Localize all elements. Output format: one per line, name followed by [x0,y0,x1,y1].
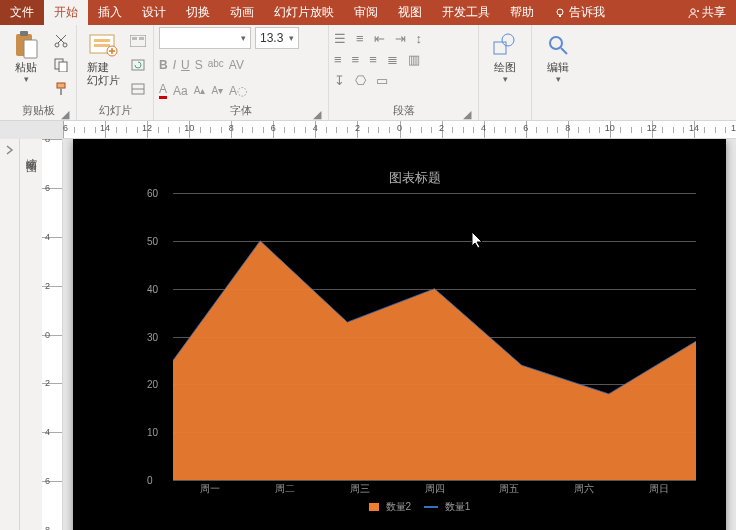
smartart-button[interactable]: ▭ [376,73,388,88]
svg-rect-14 [57,83,65,88]
svg-marker-32 [173,241,696,480]
indent-inc-button[interactable]: ⇥ [395,31,406,46]
new-slide-label: 新建 幻灯片 [87,61,120,87]
legend-swatch-line [424,506,438,508]
chevron-down-icon: ▾ [289,33,294,43]
bold-button[interactable]: B [159,58,168,72]
slide-reset-button[interactable] [128,55,148,75]
svg-rect-15 [60,88,62,95]
drawing-button[interactable]: 绘图 ▾ [484,27,526,87]
chevron-right-icon [6,145,14,155]
shadow-button[interactable]: abc [208,58,224,72]
svg-point-9 [63,43,67,47]
align-center-button[interactable]: ≡ [352,52,360,67]
chart-plot-area: 0102030405060 [173,193,696,480]
svg-line-11 [56,35,64,43]
dialog-launcher-icon[interactable]: ◢ [59,108,71,120]
align-left-button[interactable]: ≡ [334,52,342,67]
brush-icon [54,82,68,96]
numbering-button[interactable]: ≡ [356,31,364,46]
cut-button[interactable] [51,31,71,51]
tab-transition[interactable]: 切换 [176,0,220,25]
tab-help[interactable]: 帮助 [500,0,544,25]
tab-share-label: 共享 [702,4,726,21]
italic-button[interactable]: I [173,58,176,72]
slide-layout-button[interactable] [128,31,148,51]
tab-tellme[interactable]: 告诉我 [544,0,615,25]
svg-rect-17 [94,39,110,42]
svg-point-29 [502,34,514,46]
tab-design[interactable]: 设计 [132,0,176,25]
section-icon [131,83,145,95]
text-direction-button[interactable]: ↧ [334,73,345,88]
side-thumbnail-label: 缩略图 [24,149,39,155]
tab-view[interactable]: 视图 [388,0,432,25]
strike-button[interactable]: S [195,58,203,72]
chevron-down-icon: ▾ [24,74,29,85]
group-slides-label: 幻灯片 [82,103,148,120]
tab-home[interactable]: 开始 [44,0,88,25]
horizontal-ruler[interactable]: 1614121086420246810121416 [63,121,736,139]
align-text-button[interactable]: ⎔ [355,73,366,88]
slide-section-button[interactable] [128,79,148,99]
format-painter-button[interactable] [51,79,71,99]
svg-rect-13 [59,62,67,72]
paste-button[interactable]: 粘贴 ▾ [5,27,47,87]
columns-button[interactable]: ▥ [408,52,420,67]
chart-x-labels: 周一周二周三周四周五周六周日 [173,482,696,496]
tab-animation[interactable]: 动画 [220,0,264,25]
tab-review[interactable]: 审阅 [344,0,388,25]
group-slides: 新建 幻灯片 幻灯片 [77,25,154,120]
clear-format-button[interactable]: A◌ [229,84,247,98]
new-slide-button[interactable]: 新建 幻灯片 [82,27,124,89]
vertical-ruler[interactable]: 864202468 [42,139,63,530]
line-spacing-button[interactable]: ↕ [416,31,423,46]
bullets-button[interactable]: ☰ [334,31,346,46]
ribbon: 粘贴 ▾ 剪贴板 ◢ [0,25,736,121]
title-tabbar: 文件 开始 插入 设计 切换 动画 幻灯片放映 审阅 视图 开发工具 帮助 告诉… [0,0,736,25]
copy-button[interactable] [51,55,71,75]
dialog-launcher-icon[interactable]: ◢ [311,108,323,120]
group-font-label: 字体 ◢ [159,103,323,120]
tab-slideshow[interactable]: 幻灯片放映 [264,0,344,25]
indent-dec-button[interactable]: ⇤ [374,31,385,46]
svg-rect-23 [132,37,137,40]
grow-font-button[interactable]: A▴ [194,85,206,96]
dialog-launcher-icon[interactable]: ◢ [461,108,473,120]
editing-label: 编辑 [547,61,569,74]
tab-developer[interactable]: 开发工具 [432,0,500,25]
svg-rect-28 [494,42,506,54]
legend-label-0: 数量2 [386,501,412,512]
share-icon [687,7,699,19]
font-size-combo[interactable]: 13.3 ▾ [255,27,299,49]
editing-button[interactable]: 编辑 ▾ [537,27,579,87]
change-case-button[interactable]: Aa [173,84,188,98]
chart[interactable]: 图表标题 0102030405060 周一周二周三周四周五周六周日 数量2 数量… [133,169,696,508]
tab-file[interactable]: 文件 [0,0,44,25]
svg-point-30 [550,37,562,49]
tab-insert[interactable]: 插入 [88,0,132,25]
svg-rect-6 [20,31,28,36]
font-name-combo[interactable]: ▾ [159,27,251,49]
font-size-value: 13.3 [260,31,283,45]
layout-icon [130,35,146,47]
tab-share[interactable]: 共享 [677,0,736,25]
char-spacing-button[interactable]: AV [229,58,244,72]
font-color-button[interactable]: A [159,82,167,99]
align-right-button[interactable]: ≡ [369,52,377,67]
lightbulb-icon [554,7,566,19]
chevron-down-icon: ▾ [241,33,246,43]
slide[interactable]: 图表标题 0102030405060 周一周二周三周四周五周六周日 数量2 数量… [73,139,726,530]
panel-collapse-button[interactable] [0,139,20,530]
group-paragraph: ☰ ≡ ⇤ ⇥ ↕ ≡ ≡ ≡ ≣ ▥ ↧ ⎔ ▭ [329,25,479,120]
svg-line-31 [561,48,567,54]
underline-button[interactable]: U [181,58,190,72]
svg-rect-22 [130,35,146,47]
legend-swatch-area [369,503,379,511]
legend-label-1: 数量1 [445,501,471,512]
new-slide-icon [88,29,118,61]
align-justify-button[interactable]: ≣ [387,52,398,67]
side-thumbnail-tab[interactable]: 缩略图 [20,139,42,530]
shrink-font-button[interactable]: A▾ [211,85,223,96]
slide-canvas[interactable]: 图表标题 0102030405060 周一周二周三周四周五周六周日 数量2 数量… [63,139,736,530]
